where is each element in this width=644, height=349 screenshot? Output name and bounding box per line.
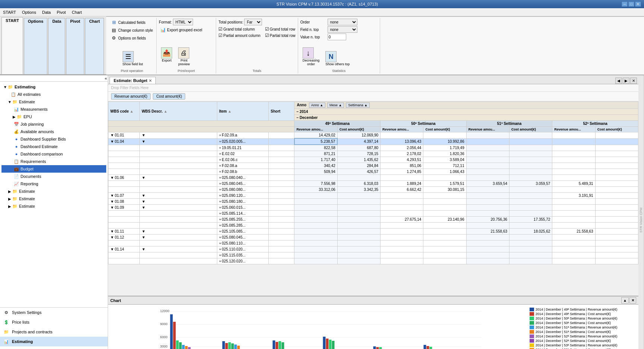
item-expand[interactable]: + bbox=[219, 188, 221, 192]
item-expand[interactable]: + bbox=[219, 152, 221, 156]
ribbon-tab-data[interactable]: Data bbox=[48, 18, 65, 74]
tree-item-epu[interactable]: ▶ 📁 EPU bbox=[1, 113, 106, 120]
window-controls[interactable]: ─ □ ✕ bbox=[622, 1, 641, 7]
th-wbs-code[interactable]: WBS code ▲ bbox=[108, 102, 140, 121]
value-top-input[interactable] bbox=[328, 34, 346, 40]
export-button[interactable]: 📤 Export bbox=[159, 46, 174, 67]
tree-item-dashboard-comparison[interactable]: ● Dashboard comparison bbox=[1, 150, 106, 158]
tree-expand-estimating[interactable]: ▼ bbox=[3, 85, 7, 89]
item-expand[interactable]: + bbox=[219, 218, 221, 221]
print-preview-button[interactable]: 🖨 Printpreview bbox=[176, 46, 192, 67]
tree-expand-epu[interactable]: ▶ bbox=[12, 115, 16, 119]
show-others-top-button[interactable]: N Show others top bbox=[323, 50, 352, 67]
th-51-revenue[interactable]: Revenue amou... bbox=[466, 127, 509, 132]
th-49-cost[interactable]: Cost amount(€) bbox=[337, 127, 380, 132]
item-expand[interactable]: + bbox=[219, 260, 221, 263]
tree-item-budget[interactable]: 💼 Budget bbox=[1, 165, 106, 173]
row-expand-icon[interactable]: ▼ bbox=[110, 229, 114, 233]
revenue-amount-filter-btn[interactable]: Revenue amount(€) bbox=[111, 93, 151, 100]
show-field-list-button[interactable]: ☰ Show field list bbox=[120, 50, 145, 67]
item-expand[interactable]: + bbox=[219, 212, 221, 216]
sidebar-operating-budget[interactable]: 💰 Operating budget bbox=[0, 346, 108, 349]
item-expand[interactable]: + bbox=[219, 248, 221, 251]
tree-item-estimate-main[interactable]: ▼ 📁 Estimate bbox=[1, 98, 106, 106]
tree-item-estimate-3[interactable]: ▶ 📁 Estimate bbox=[1, 195, 106, 202]
partial-amount-column-checkbox[interactable]: ☑ Partial amount column bbox=[218, 33, 261, 38]
minimize-button[interactable]: ─ bbox=[622, 1, 628, 7]
tree-item-measurements[interactable]: 📊 Measurements bbox=[1, 106, 106, 113]
row-expand-icon[interactable]: ▼ bbox=[110, 205, 114, 210]
row-expand-icon[interactable]: ▼ bbox=[110, 199, 114, 204]
th-49-revenue[interactable]: Revenue amou... bbox=[294, 127, 337, 132]
tree-item-job-planning[interactable]: 📅 Job planning bbox=[1, 120, 106, 128]
tab-next-button[interactable]: ▶ bbox=[623, 78, 629, 84]
tab-close-all-button[interactable]: ✕ bbox=[630, 78, 637, 84]
decreasing-order-button[interactable]: ↓ Decreasingorder bbox=[300, 46, 322, 67]
tree-item-reporting[interactable]: 📈 Reporting bbox=[1, 180, 106, 188]
item-expand[interactable]: + bbox=[219, 194, 221, 198]
menu-pivot[interactable]: Pivot bbox=[54, 9, 69, 15]
item-expand[interactable]: + bbox=[219, 200, 221, 204]
tree-item-estimate-2[interactable]: ▶ 📁 Estimate bbox=[1, 188, 106, 195]
field-top-select[interactable]: none bbox=[328, 26, 357, 33]
pivot-table-scroll[interactable]: WBS code ▲ WBS Descr. ▲ Item ▲ Short Ann… bbox=[108, 101, 638, 296]
sidebar-price-lists[interactable]: 💲 Price lists bbox=[0, 317, 108, 327]
tree-item-available-amounts[interactable]: 💰 Available amounts bbox=[1, 128, 106, 135]
settimana-filter-button[interactable]: Settimana ▲ bbox=[346, 103, 370, 108]
options-on-fields-button[interactable]: ⚙ Options on fields bbox=[110, 34, 154, 42]
item-expand[interactable]: + bbox=[219, 254, 221, 257]
tab-prev-button[interactable]: ◀ bbox=[615, 78, 622, 84]
row-expand-icon[interactable]: ▼ bbox=[110, 235, 114, 239]
change-column-style-button[interactable]: ▤ Change column style bbox=[110, 26, 154, 34]
calculated-fields-button[interactable]: ⊞ Calculated fields bbox=[110, 19, 154, 26]
th-short[interactable]: Short bbox=[269, 102, 294, 121]
tree-expand-estimate2[interactable]: ▶ bbox=[7, 189, 12, 194]
tree-item-estimate-4[interactable]: ▶ 📁 Estimate bbox=[1, 202, 106, 210]
order-select[interactable]: none ascending descending bbox=[328, 19, 357, 25]
sidebar-system-settings[interactable]: ⚙ System Settings bbox=[0, 308, 108, 317]
export-grouped-excel-button[interactable]: 📊 Export grouped excel bbox=[159, 26, 214, 34]
item-expand[interactable]: + bbox=[219, 176, 221, 180]
cost-amount-filter-btn[interactable]: Cost amount(€) bbox=[153, 93, 185, 100]
item-expand[interactable]: + bbox=[219, 140, 221, 144]
item-expand[interactable]: + bbox=[219, 236, 221, 239]
menu-chart[interactable]: Chart bbox=[69, 9, 85, 15]
total-positions-select[interactable]: Far Near bbox=[244, 19, 262, 25]
row-expand-icon[interactable]: ▼ bbox=[110, 194, 114, 198]
menu-options[interactable]: Options bbox=[19, 9, 39, 15]
tree-expand-estimate3[interactable]: ▶ bbox=[7, 197, 12, 201]
item-expand[interactable]: + bbox=[219, 158, 221, 162]
tree-item-requirements[interactable]: 📋 Requirements bbox=[1, 158, 106, 165]
tree-item-estimating-root[interactable]: ▼ 📁 Estimating bbox=[1, 83, 106, 91]
mese-filter-button[interactable]: Mese ▲ bbox=[327, 103, 344, 108]
sidebar-collapse-button[interactable]: « bbox=[0, 75, 108, 82]
tree-item-dashboard-estimate[interactable]: ● Dashboard Estimate bbox=[1, 143, 106, 150]
chart-close-button[interactable]: ✕ bbox=[629, 297, 636, 304]
close-button[interactable]: ✕ bbox=[635, 1, 641, 7]
item-expand[interactable]: + bbox=[219, 224, 221, 227]
ribbon-tab-start[interactable]: START bbox=[1, 17, 23, 74]
th-51-cost[interactable]: Cost amount(€) bbox=[509, 127, 552, 132]
item-expand[interactable]: + bbox=[219, 206, 221, 210]
maximize-button[interactable]: □ bbox=[628, 1, 634, 7]
chart-collapse-button[interactable]: ▲ bbox=[621, 297, 629, 304]
tree-expand-estimate4[interactable]: ▶ bbox=[7, 204, 12, 208]
th-52-cost[interactable]: Cost amount(€) bbox=[595, 127, 638, 132]
tree-item-documents[interactable]: 📄 Documents bbox=[1, 173, 106, 180]
tree-item-dashboard-supplier[interactable]: ● Dashboard Supplier Bids bbox=[1, 135, 106, 143]
item-expand[interactable]: + bbox=[219, 133, 221, 137]
anno-filter-button[interactable]: Anno ▲ bbox=[309, 103, 325, 108]
th-wbs-descr[interactable]: WBS Descr. ▲ bbox=[140, 102, 217, 121]
ribbon-tab-pivot[interactable]: Pivot bbox=[66, 18, 84, 74]
partial-total-row-checkbox[interactable]: ☑ Partial total row bbox=[265, 33, 296, 38]
row-expand-icon[interactable]: ▼ bbox=[110, 139, 114, 144]
grand-total-row-checkbox[interactable]: ☑ Grand total row bbox=[265, 26, 296, 32]
row-expand-icon[interactable]: ▼ bbox=[110, 133, 114, 137]
item-expand[interactable]: + bbox=[219, 182, 221, 186]
th-50-cost[interactable]: Cost amount(€) bbox=[423, 127, 466, 132]
th-50-revenue[interactable]: Revenue amou... bbox=[381, 127, 423, 132]
item-expand[interactable]: + bbox=[219, 170, 221, 174]
sidebar-estimating[interactable]: 📊 Estimating bbox=[0, 337, 108, 346]
th-52-revenue[interactable]: Revenue amou... bbox=[552, 127, 595, 132]
ribbon-tab-chart[interactable]: Chart bbox=[85, 18, 104, 74]
